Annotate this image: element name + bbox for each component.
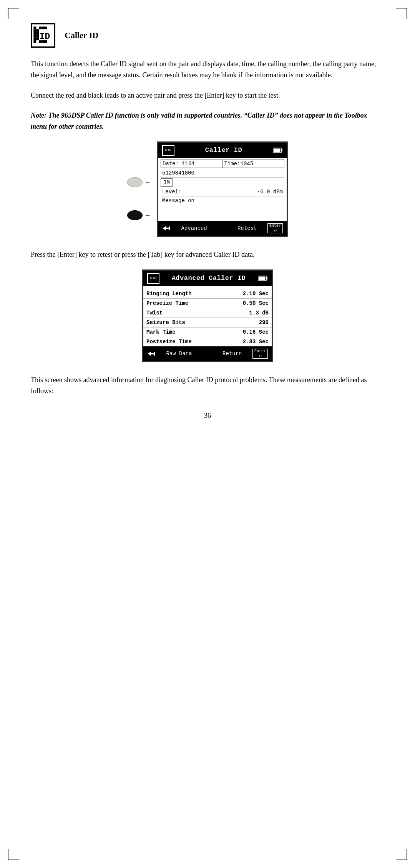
- oval-button-dark[interactable]: [127, 210, 143, 220]
- page-number: 36: [31, 412, 384, 420]
- tab-arrow-icon: [162, 225, 171, 232]
- oval-button-1[interactable]: [127, 177, 143, 187]
- arrow-row-1: ←: [127, 177, 151, 187]
- phone-number-row: 5129841800: [161, 169, 284, 178]
- screen1-row: ← ← CID Caller ID: [127, 141, 288, 237]
- page-header: CID Caller ID: [31, 23, 384, 48]
- svg-rect-17: [281, 149, 282, 151]
- name-cell: 3M: [161, 178, 173, 187]
- corner-mark-br: [396, 849, 407, 860]
- screen2-header-icon: CID: [147, 273, 159, 284]
- adv-label-0: Ringing Length: [146, 291, 192, 297]
- caller-id-icon: CID: [31, 23, 55, 48]
- corner-mark-tl: [8, 8, 19, 19]
- adv-label-5: Postseize Time: [146, 339, 192, 345]
- corner-mark-tr: [396, 8, 407, 19]
- enter-key-box: Enter ↵: [267, 223, 283, 233]
- footer-enter-area: Enter ↵: [267, 223, 283, 233]
- empty-area: [161, 205, 284, 219]
- level-label: Level:: [162, 189, 181, 195]
- adv-value-0: 2.10 Sec: [243, 291, 269, 297]
- name-row: 3M: [161, 178, 284, 187]
- retest-paragraph: Press the [Enter] key to retest or press…: [31, 249, 384, 260]
- intro-paragraph: This function detects the Caller ID sign…: [31, 58, 384, 81]
- screen1-footer: Advanced Retest Enter ↵: [158, 221, 287, 236]
- footer2-tab-area: [147, 350, 156, 357]
- left-arrow-2: ←: [144, 212, 151, 219]
- screen2-footer: Raw Data Return Enter ↵: [143, 346, 272, 361]
- adv-value-4: 0.16 Sec: [243, 329, 269, 335]
- time-cell: Time:1045: [223, 160, 284, 168]
- footer-tab-area: [162, 225, 171, 232]
- screen2-top-padding: [143, 286, 272, 289]
- tab-arrow-icon-2: [147, 350, 156, 357]
- adv-row-5: Postseize Time 2.83 Sec: [143, 337, 272, 346]
- enter-arrow-2: ↵: [259, 353, 261, 358]
- battery-icon-1: [273, 147, 283, 153]
- device-screen-1: CID Caller ID Date: 1101 Time:104: [157, 141, 288, 237]
- level-value: -6.0 dBm: [257, 189, 283, 195]
- enter-arrow: ↵: [274, 228, 276, 233]
- screen1-title: Caller ID: [205, 146, 242, 154]
- connect-paragraph: Connect the red and black leads to an ac…: [31, 90, 384, 101]
- footer2-return[interactable]: Return: [222, 351, 242, 357]
- adv-label-1: Preseize Time: [146, 300, 188, 306]
- svg-rect-1: [33, 27, 36, 29]
- adv-row-0: Ringing Length 2.10 Sec: [143, 289, 272, 299]
- screen1-container: ← ← CID Caller ID: [31, 141, 384, 237]
- advanced-paragraph: This screen shows advanced information f…: [31, 374, 384, 397]
- adv-value-5: 2.83 Sec: [243, 339, 269, 345]
- battery-icon-2: [258, 275, 268, 281]
- adv-row-1: Preseize Time 0.50 Sec: [143, 299, 272, 308]
- adv-label-4: Mark Time: [146, 329, 176, 335]
- adv-value-3: 290: [259, 319, 269, 326]
- adv-label-3: Seizure Bits: [146, 319, 185, 326]
- svg-rect-22: [266, 277, 267, 279]
- footer2-spacer: [206, 351, 209, 357]
- level-row: Level: -6.0 dBm: [161, 188, 284, 196]
- screen1-header-icon: CID: [162, 145, 174, 156]
- svg-rect-25: [154, 352, 155, 356]
- svg-rect-18: [273, 148, 280, 152]
- svg-rect-20: [169, 226, 170, 230]
- svg-rect-11: [39, 27, 42, 29]
- footer-spacer: [221, 225, 224, 231]
- screen2-title: Advanced Caller ID: [172, 274, 246, 282]
- screen1-body: Date: 1101 Time:1045 5129841800 3M Level…: [158, 158, 287, 221]
- note-text: Note: The 965DSP Caller ID function is o…: [31, 110, 384, 132]
- date-cell: Date: 1101: [161, 160, 223, 168]
- adv-label-2: Twist: [146, 310, 163, 316]
- adv-row-4: Mark Time 0.16 Sec: [143, 328, 272, 337]
- left-side-controls: ← ←: [127, 177, 151, 220]
- message-row: Message on: [161, 196, 284, 205]
- corner-mark-bl: [8, 849, 19, 860]
- footer2-raw[interactable]: Raw Data: [166, 351, 192, 357]
- screen2-body: Ringing Length 2.10 Sec Preseize Time 0.…: [143, 289, 272, 346]
- section-title: Caller ID: [65, 30, 98, 40]
- adv-row-3: Seizure Bits 290: [143, 318, 272, 328]
- screen2-container: CID Advanced Caller ID Ringing Length 2.…: [31, 269, 384, 362]
- svg-text:CID: CID: [34, 32, 50, 42]
- screen1-cid-badge: CID: [162, 145, 174, 156]
- footer-advanced[interactable]: Advanced: [181, 225, 207, 231]
- device-screen-2: CID Advanced Caller ID Ringing Length 2.…: [142, 269, 273, 362]
- footer-retest[interactable]: Retest: [237, 225, 257, 231]
- adv-value-1: 0.50 Sec: [243, 300, 269, 306]
- screen1-header: CID Caller ID: [158, 143, 287, 158]
- adv-value-2: 1.3 dB: [249, 310, 269, 316]
- svg-marker-19: [163, 226, 169, 231]
- enter-key-box-2: Enter ↵: [252, 349, 268, 359]
- svg-marker-24: [148, 351, 154, 356]
- screen2-cid-badge: CID: [147, 273, 159, 284]
- arrow-row-2: ←: [127, 210, 151, 220]
- footer2-enter-area: Enter ↵: [252, 349, 268, 359]
- svg-rect-23: [258, 276, 265, 280]
- adv-row-2: Twist 1.3 dB: [143, 308, 272, 318]
- screen2-header: CID Advanced Caller ID: [143, 271, 272, 286]
- svg-rect-13: [42, 27, 47, 29]
- left-arrow-1: ←: [144, 179, 151, 186]
